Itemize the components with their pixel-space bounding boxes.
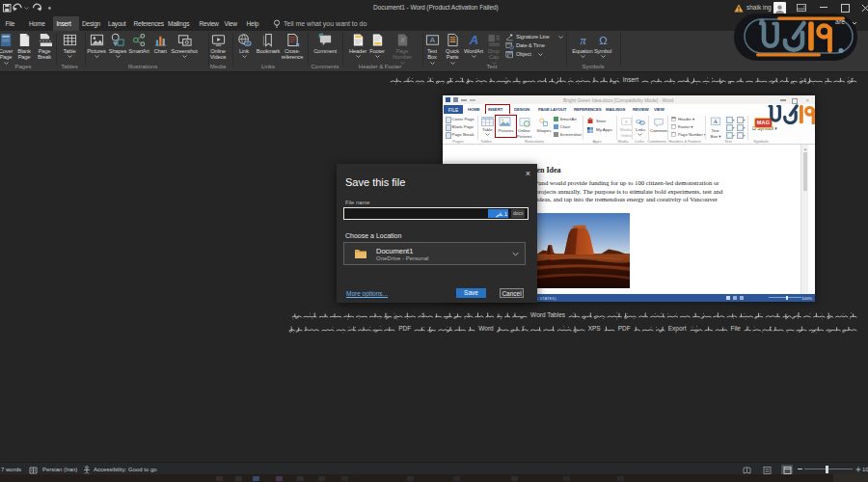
svg-text:Ω: Ω [599,35,607,46]
svg-text:#: # [400,37,404,43]
svg-text:A: A [468,33,477,47]
svg-text:π: π [580,34,586,47]
svg-text:!: ! [738,6,740,13]
svg-text:A: A [429,36,435,44]
